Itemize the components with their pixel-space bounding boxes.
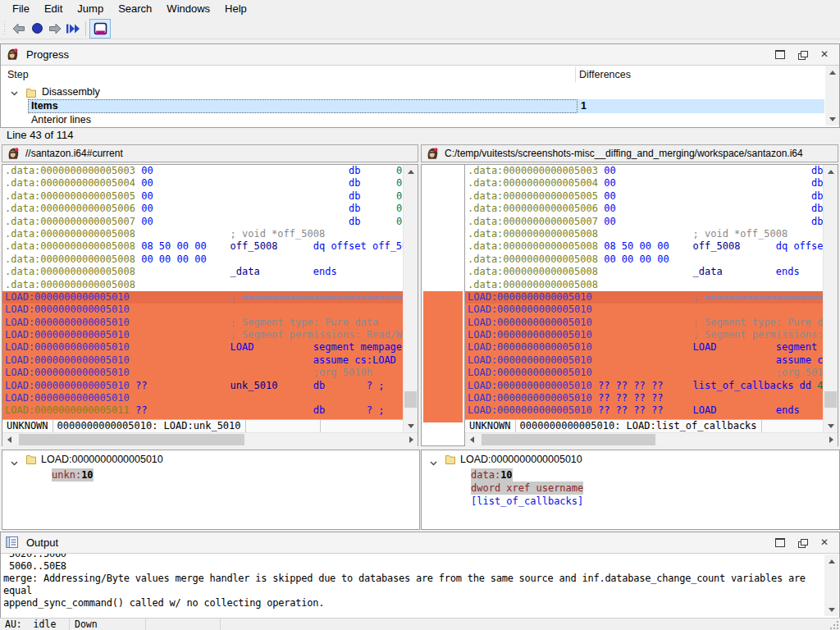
maximize-icon[interactable] [775,538,785,547]
tree-child-item[interactable]: [list_of_callbacks] [471,495,583,508]
scroll-down-button[interactable] [824,419,838,432]
scroll-down-button[interactable] [404,419,418,432]
blue-dot-icon[interactable] [28,20,46,38]
listing-line[interactable]: LOAD:0000000000005010 ; Segment type: Pu… [2,317,403,329]
scroll-up-button[interactable] [825,66,839,79]
scroll-down-button[interactable] [825,112,839,126]
scroll-thumb[interactable] [404,391,417,408]
progress-titlebar[interactable]: Progress ✕ [1,44,839,66]
column-header-differences[interactable]: Differences [579,66,631,84]
output-titlebar[interactable]: Output ✕ [1,532,839,554]
listing-line[interactable]: .data:0000000000005005 00 db 0 [2,190,403,203]
left-horizontal-scrollbar[interactable] [2,432,418,446]
listing-line[interactable]: .data:0000000000005004 00 db 0 [2,177,403,189]
scroll-thumb[interactable] [824,391,837,408]
scroll-left-button[interactable] [2,433,16,446]
scroll-track[interactable] [825,79,839,112]
listing-line[interactable]: .data:0000000000005007 00 db 0 [465,216,823,228]
chevron-down-icon[interactable] [429,456,438,471]
listing-line[interactable]: .data:0000000000005008 ; void *off_5008 [465,228,823,240]
listing-line[interactable]: .data:0000000000005006 00 db 0 [2,203,403,215]
listing-line[interactable]: .data:0000000000005008 00 00 00 00 [465,253,823,266]
tree-root-row[interactable]: LOAD:0000000000005010 [2,450,419,468]
scroll-track[interactable] [478,433,824,446]
listing-line[interactable]: .data:0000000000005008 _data ends [465,266,823,278]
listing-line[interactable]: LOAD:0000000000005010 ?? ?? ?? ?? LOAD e… [465,404,823,417]
scroll-up-button[interactable] [404,165,418,178]
right-pane-header[interactable]: C:/temp/vuitests/screenshots-misc__diffi… [421,144,838,162]
scroll-track[interactable] [824,568,838,603]
listing-line[interactable]: LOAD:0000000000005010 ;org 5010h [2,367,403,379]
listing-line[interactable]: .data:0000000000005003 00 db 0 [465,165,823,177]
listing-line[interactable]: .data:0000000000005008 00 00 00 00 [2,253,403,266]
listing-line[interactable]: LOAD:0000000000005010 LOAD segment mempa… [465,341,823,354]
scroll-thumb[interactable] [19,434,244,445]
chevron-down-icon[interactable] [10,456,19,471]
scroll-track[interactable] [404,178,418,419]
tree-row-anterior-lines[interactable]: Anterior lines [1,113,824,126]
listing-line[interactable]: LOAD:0000000000005010 LOAD segment mempa… [2,341,403,354]
listing-line[interactable]: .data:0000000000005008 [465,279,823,291]
listing-line[interactable]: LOAD:0000000000005010 ?? unk_5010 db ? ; [2,380,403,392]
menu-item-windows[interactable]: Windows [159,0,217,18]
output-scrollbar[interactable] [824,555,838,616]
listing-line[interactable]: .data:0000000000005008 08 50 00 00 off_5… [465,240,823,253]
toolbar-grip[interactable] [2,21,7,36]
left-pane-header[interactable]: //santazon.i64#current [2,144,418,162]
tree-root-row[interactable]: LOAD:0000000000005010 [422,450,839,468]
fast-forward-icon[interactable] [64,20,82,38]
menu-item-file[interactable]: File [5,0,37,18]
listing-line[interactable]: LOAD:0000000000005010 ;org 5010h [465,367,823,379]
restore-icon[interactable] [797,50,807,59]
listing-line[interactable]: .data:0000000000005008 [2,279,403,291]
listing-line[interactable]: LOAD:0000000000005010 ; ================… [465,291,823,304]
listing-line[interactable]: LOAD:0000000000005010 ?? ?? ?? ?? list_o… [465,380,823,392]
tree-row-items[interactable]: Items 1 [1,99,824,113]
tree-child-item[interactable]: unkn:10 [52,468,94,482]
listing-line[interactable]: LOAD:0000000000005010 [2,304,403,316]
listing-line[interactable]: LOAD:0000000000005010 assume cs:LOAD [465,354,823,367]
scroll-right-button[interactable] [404,433,418,446]
forward-arrow-icon[interactable] [46,20,64,38]
listing-line[interactable]: LOAD:0000000000005011 ?? db ? ; [2,404,403,417]
listing-line[interactable]: .data:0000000000005004 00 db 0 [465,177,823,189]
progress-scrollbar[interactable] [825,66,839,126]
tree-row-disassembly[interactable]: Disassembly [1,85,824,99]
listing-line[interactable]: LOAD:0000000000005010 assume cs:LOAD [2,354,403,367]
back-arrow-icon[interactable] [10,20,28,38]
right-horizontal-scrollbar[interactable] [465,432,838,446]
scroll-right-button[interactable] [824,433,838,446]
tree-child-item[interactable]: dword xref username [471,482,583,495]
listing-line[interactable]: .data:0000000000005003 00 db 0 [2,165,403,177]
resize-grip[interactable] [830,621,838,628]
listing-line[interactable]: LOAD:0000000000005010 [465,304,823,316]
listing-line[interactable]: LOAD:0000000000005010 ?? ?? ?? ?? [465,392,823,404]
listing-line[interactable]: LOAD:0000000000005010 ; ================… [2,291,403,304]
scroll-down-button[interactable] [824,603,838,616]
scroll-up-button[interactable] [824,165,838,178]
listing-line[interactable]: .data:0000000000005006 00 db 0 [465,203,823,215]
scroll-left-button[interactable] [465,433,478,446]
scroll-track[interactable] [16,433,404,446]
menu-item-jump[interactable]: Jump [70,0,111,18]
listing-line[interactable]: LOAD:0000000000005010 ; Segment permissi… [465,329,823,341]
listing-line[interactable]: .data:0000000000005008 08 50 00 00 off_5… [2,240,403,253]
close-icon[interactable]: ✕ [819,538,829,547]
diff-region-marker[interactable] [423,291,463,422]
listing-line[interactable]: .data:0000000000005008 _data ends [2,266,403,278]
output-log[interactable]: 5020..5060 5060..50E8merge: Addressing/B… [1,554,839,617]
merge-gutter[interactable] [422,165,464,445]
scroll-up-button[interactable] [824,555,838,568]
listing-line[interactable]: LOAD:0000000000005010 [2,392,403,404]
listing-line[interactable]: .data:0000000000005007 00 db 0 [2,216,403,228]
left-vertical-scrollbar[interactable] [403,165,418,432]
menu-item-help[interactable]: Help [217,0,254,18]
listing-line[interactable]: .data:0000000000005008 ; void *off_5008 [2,228,403,240]
maximize-icon[interactable] [775,50,785,59]
listing-line[interactable]: LOAD:0000000000005010 ; Segment permissi… [2,329,403,341]
display-icon[interactable] [89,19,111,39]
column-header-step[interactable]: Step [7,66,29,84]
listing-line[interactable]: LOAD:0000000000005010 ; Segment type: Pu… [465,317,823,329]
scroll-thumb[interactable] [482,434,655,445]
right-vertical-scrollbar[interactable] [823,165,838,432]
